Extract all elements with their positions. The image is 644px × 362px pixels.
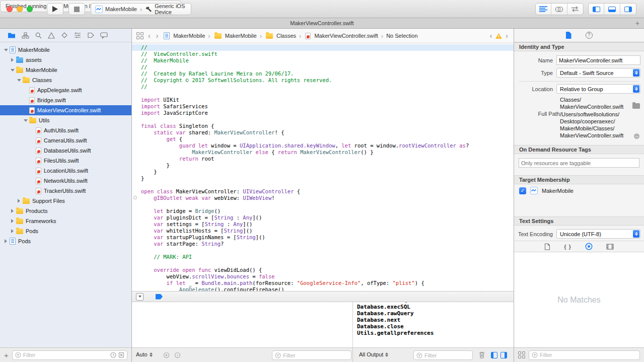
console-view[interactable]: Database.execSQLDatabase.execSQLDatabase… <box>352 302 514 347</box>
iboutlet-connection-icon[interactable] <box>133 196 137 199</box>
navigator-row[interactable]: AuthUtils.swift <box>0 125 131 135</box>
code-snippet-library-icon[interactable]: { } <box>564 244 571 250</box>
navigator-row[interactable]: Utils <box>0 115 131 125</box>
disclosure-triangle-icon[interactable] <box>10 69 15 71</box>
disclosure-triangle-icon[interactable] <box>10 58 15 62</box>
navigator-row[interactable]: TrackerUtils.swift <box>0 186 131 196</box>
navigator-filter-field[interactable] <box>12 350 127 360</box>
info-icon[interactable]: i <box>174 352 181 358</box>
name-field[interactable] <box>556 55 640 65</box>
go-forward-button[interactable]: › <box>155 32 160 39</box>
window-zoom-button[interactable] <box>27 6 33 12</box>
issue-navigator-icon[interactable] <box>48 32 55 39</box>
console-output-selector[interactable]: All Output <box>359 351 388 357</box>
variables-filter-input[interactable] <box>283 352 348 358</box>
name-input[interactable] <box>557 57 640 63</box>
editor-tab-bar[interactable]: MakerViewController.swift + <box>0 18 644 29</box>
standard-editor-button[interactable] <box>536 4 551 15</box>
source-code-editor[interactable]: //// ViewController.swift// MakerMobile/… <box>132 43 514 291</box>
quick-help-icon[interactable]: ? <box>586 32 593 39</box>
hide-debug-area-button[interactable] <box>136 293 144 301</box>
inspector-panel-toggle[interactable] <box>620 4 636 15</box>
project-navigator-tree[interactable]: MakerMobileassetsMakerMobileClassesAppDe… <box>0 43 131 347</box>
symbol-navigator-icon[interactable] <box>22 32 29 39</box>
console-filter-field[interactable] <box>413 350 473 360</box>
view-memory-icon[interactable] <box>163 352 170 358</box>
disclosure-triangle-icon[interactable] <box>3 49 9 51</box>
scm-status-icon[interactable] <box>118 352 124 358</box>
disclosure-triangle-icon[interactable] <box>16 199 22 203</box>
choose-folder-icon[interactable] <box>632 103 640 109</box>
stop-button[interactable] <box>68 3 85 15</box>
breakpoint-toggle-icon[interactable] <box>156 294 163 300</box>
find-navigator-icon[interactable] <box>35 32 42 39</box>
disclosure-triangle-icon[interactable] <box>10 209 15 213</box>
location-dropdown[interactable]: Relative to Group <box>556 84 640 94</box>
open-in-finder-arrow-icon[interactable]: → <box>634 133 639 139</box>
asset-library-icon[interactable] <box>606 244 614 250</box>
debug-navigator-icon[interactable] <box>74 32 81 38</box>
add-tab-button[interactable]: + <box>635 19 639 27</box>
console-filter-input[interactable] <box>424 352 470 358</box>
related-items-icon[interactable] <box>136 32 144 39</box>
navigator-row[interactable]: Classes <box>0 75 131 85</box>
odr-input[interactable] <box>519 160 639 166</box>
navigator-row[interactable]: Pods <box>0 226 131 236</box>
next-issue-button[interactable]: › <box>505 32 509 39</box>
clear-console-trash-icon[interactable] <box>479 351 485 358</box>
library-filter-field[interactable] <box>529 350 640 360</box>
run-button[interactable] <box>47 3 63 15</box>
disclosure-triangle-icon[interactable] <box>23 119 28 122</box>
navigator-row[interactable]: MakerViewController.swift <box>0 105 131 115</box>
add-file-button[interactable]: + <box>4 351 9 359</box>
breadcrumb-item[interactable]: Classes <box>265 33 296 39</box>
navigator-row[interactable]: MakerMobile <box>0 45 131 55</box>
scheme-selector[interactable]: MakerMobile › Generic iOS Device <box>91 3 191 15</box>
assistant-editor-button[interactable] <box>551 4 567 15</box>
breadcrumb-item[interactable]: MakerViewController.swift <box>304 33 378 39</box>
file-inspector-icon[interactable] <box>566 32 571 39</box>
text-encoding-dropdown[interactable]: Unicode (UTF-8) <box>556 229 640 239</box>
recents-clock-icon[interactable] <box>110 352 116 358</box>
go-back-button[interactable]: ‹ <box>147 32 152 39</box>
navigator-row[interactable]: FilesUtils.swift <box>0 156 131 166</box>
breadcrumb-item[interactable]: No Selection <box>386 33 417 39</box>
type-dropdown[interactable]: Default - Swift Source <box>556 68 640 78</box>
version-editor-button[interactable] <box>567 4 583 15</box>
breakpoint-navigator-icon[interactable] <box>87 32 94 38</box>
disclosure-triangle-icon[interactable] <box>16 79 22 82</box>
navigator-row[interactable]: assets <box>0 55 131 65</box>
variables-filter-field[interactable] <box>272 350 351 360</box>
window-minimize-button[interactable] <box>17 6 23 12</box>
debug-panel-toggle[interactable] <box>604 4 620 15</box>
project-navigator-icon[interactable] <box>8 32 16 39</box>
navigator-row[interactable]: Support Files <box>0 196 131 206</box>
variables-scope-selector[interactable]: Auto <box>136 351 153 357</box>
navigator-row[interactable]: Pods <box>0 236 131 246</box>
navigator-filter-input[interactable] <box>23 352 108 358</box>
navigator-row[interactable]: Frameworks <box>0 216 131 226</box>
disclosure-triangle-icon[interactable] <box>10 229 15 233</box>
breadcrumb-item[interactable]: MakerMobile <box>163 32 205 39</box>
disclosure-triangle-icon[interactable] <box>10 219 15 223</box>
test-navigator-icon[interactable] <box>61 32 68 39</box>
library-grid-view-icon[interactable] <box>518 351 525 358</box>
navigator-row[interactable]: NetworkUtils.swift <box>0 176 131 186</box>
navigator-row[interactable]: MakerMobile <box>0 65 131 75</box>
navigator-row[interactable]: Bridge.swift <box>0 95 131 105</box>
navigator-panel-toggle[interactable] <box>589 4 604 15</box>
disclosure-triangle-icon[interactable] <box>3 239 9 243</box>
odr-field[interactable] <box>519 158 639 168</box>
tab-title[interactable]: MakerViewController.swift <box>290 20 353 26</box>
report-navigator-icon[interactable] <box>100 32 108 39</box>
navigator-row[interactable]: AppDelegate.swift <box>0 85 131 95</box>
window-close-button[interactable] <box>7 6 13 12</box>
previous-issue-button[interactable]: ‹ <box>489 32 493 39</box>
checkbox-checked-icon[interactable]: ✓ <box>519 187 526 194</box>
target-membership-row[interactable]: ✓ MakerMobile <box>519 187 574 194</box>
navigator-row[interactable]: Products <box>0 206 131 216</box>
library-filter-input[interactable] <box>540 352 637 358</box>
show-variables-view-toggle[interactable] <box>491 352 497 358</box>
breadcrumb-item[interactable]: MakerMobile <box>213 33 257 39</box>
show-console-view-toggle[interactable] <box>500 352 507 358</box>
